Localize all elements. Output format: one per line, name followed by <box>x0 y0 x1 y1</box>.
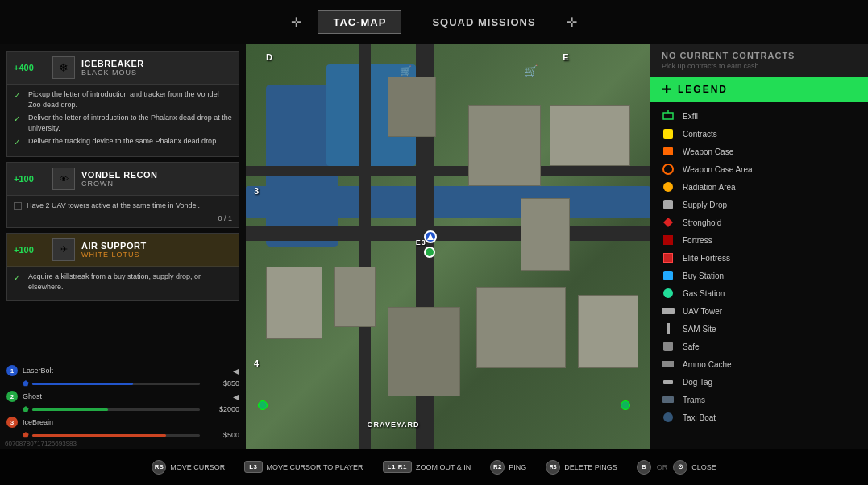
task-check-icon: ✓ <box>14 90 23 102</box>
task-check-icon: ✓ <box>14 114 23 125</box>
action-or-label: OR <box>657 463 668 471</box>
map-building-3 <box>388 307 460 396</box>
squad-bar-row-1: ⬟ $850 <box>23 379 239 388</box>
radiation-icon <box>662 180 675 193</box>
map-marker-shop2: 🛒 <box>400 64 413 77</box>
task-text: Have 2 UAV towers active at the same tim… <box>27 201 200 211</box>
legend-item-stronghold: Stronghold <box>650 213 868 231</box>
mission-title-block-vondel: VONDEL RECON CROWN <box>81 170 157 188</box>
legend-item-buy-station: Buy Station <box>650 267 868 284</box>
squad-shield-icon-2: ⬟ <box>23 405 29 413</box>
legend-title: LEGEND <box>678 84 728 95</box>
legend-item-safe: Safe <box>650 338 868 355</box>
squad-member-3: 3 IceBreain <box>6 417 239 428</box>
tab-squad-missions[interactable]: SQUAD MISSIONS <box>417 11 550 33</box>
action-close: B OR ⊙ CLOSE <box>637 460 716 475</box>
map-building-2 <box>334 267 375 327</box>
key-r3: R3 <box>546 460 560 475</box>
task-check-icon: ✓ <box>14 272 23 284</box>
taxi-boat-icon-shape <box>663 412 673 422</box>
legend-label-uav-tower: UAV Tower <box>683 307 722 316</box>
map-background: D E 3 4 E3 Graveyard 🛒 🛒 <box>246 44 650 449</box>
dog-tag-icon <box>662 375 675 388</box>
key-l3: L3 <box>244 461 262 473</box>
mission-body-icebreaker: ✓ Pickup the letter of introduction and … <box>7 85 239 156</box>
mission-reward-vondel: +100 <box>14 174 46 184</box>
legend-item-supply-drop: Supply Drop <box>650 196 868 213</box>
legend-item-exfil: Exfil <box>650 107 868 125</box>
squad-num-3: 3 <box>6 417 18 428</box>
mission-header-icebreaker: +400 ❄ ICEBREAKER BLACK MOUS <box>7 52 239 85</box>
mission-name-icebreaker: ICEBREAKER <box>81 59 144 68</box>
elite-fortress-icon-shape <box>663 253 673 263</box>
fortress-icon-shape <box>663 235 673 245</box>
weapon-case-icon-shape <box>663 147 673 155</box>
buy-station-icon <box>662 269 675 282</box>
key-rs: RS <box>152 460 166 475</box>
mission-reward-air: +100 <box>14 245 46 255</box>
squad-num-2: 2 <box>6 391 18 402</box>
stronghold-icon <box>662 216 675 229</box>
map-building-5 <box>578 295 638 367</box>
trams-icon <box>662 393 675 406</box>
mission-icon-vondel: 👁 <box>52 168 75 190</box>
map-label-4: 4 <box>254 359 260 368</box>
action-move-to-player-label: MOVE CURSOR TO PLAYER <box>267 463 363 471</box>
map-marker-squad <box>424 247 435 258</box>
mission-subtitle-vondel: CROWN <box>81 180 157 188</box>
taxi-boat-icon <box>662 411 675 424</box>
squad-member-2: 2 Ghost ◀ <box>6 391 239 402</box>
mission-icon-icebreaker: ❄ <box>52 56 75 79</box>
mission-task: ✓ Pickup the letter of introduction and … <box>14 89 232 110</box>
trams-icon-shape <box>662 396 674 403</box>
legend-item-fortress: Fortress <box>650 231 868 249</box>
mission-subtitle-air: WHITE LOTUS <box>81 251 147 259</box>
legend-label-contracts: Contracts <box>683 130 717 139</box>
svg-marker-0 <box>427 234 434 240</box>
contracts-header: NO CURRENT CONTRACTS Pick up contracts t… <box>650 44 868 77</box>
map-road-v2 <box>359 44 371 449</box>
map-building-1 <box>266 267 322 339</box>
action-move-to-player: L3 MOVE CURSOR TO PLAYER <box>244 461 363 473</box>
crosshair-left-icon: ✛ <box>291 15 301 30</box>
action-move-cursor-label: MOVE CURSOR <box>170 463 225 471</box>
fortress-icon <box>662 234 675 247</box>
action-zoom-label: ZOOM OUT & IN <box>416 463 471 471</box>
map-marker-player <box>424 230 437 243</box>
contracts-title: NO CURRENT CONTRACTS <box>662 51 857 60</box>
legend-label-weapon-case-area: Weapon Case Area <box>683 165 753 174</box>
mission-task: ✓ Deliver the letter of introduction to … <box>14 113 232 133</box>
radiation-icon-shape <box>663 182 673 192</box>
legend-label-fortress: Fortress <box>683 236 712 245</box>
map-container[interactable]: D E 3 4 E3 Graveyard 🛒 🛒 <box>246 44 650 449</box>
safe-icon-shape <box>663 342 673 351</box>
ammo-cache-icon-shape <box>662 361 674 367</box>
weapon-case-area-icon-shape <box>662 164 674 175</box>
action-close-label: CLOSE <box>691 463 716 471</box>
mission-body-air: ✓ Acquire a killstreak from a buy statio… <box>7 267 239 300</box>
legend-label-weapon-case: Weapon Case <box>683 147 733 156</box>
top-bar: ✛ TAC-MAP SQUAD MISSIONS ✛ <box>0 0 868 44</box>
mission-reward-icebreaker: +400 <box>14 63 46 73</box>
legend-cross-icon: ✛ <box>662 83 671 96</box>
squad-health-bar-fill-2 <box>32 408 108 411</box>
legend-item-dog-tag: Dog Tag <box>650 373 868 391</box>
legend-label-elite-fortress: Elite Fortress <box>683 254 730 263</box>
mission-header-vondel: +100 👁 VONDEL RECON CROWN <box>7 163 239 196</box>
squad-num-1: 1 <box>6 365 18 376</box>
action-ping-label: PING <box>509 463 526 471</box>
action-delete-pings: R3 DELETE PINGS <box>546 460 617 475</box>
legend-label-buy-station: Buy Station <box>683 272 724 280</box>
crosshair-right-icon: ✛ <box>567 15 577 30</box>
squad-money-1: $850 <box>203 379 239 388</box>
map-building-9 <box>388 77 436 137</box>
buy-station-icon-shape <box>663 271 673 280</box>
mission-card-vondel-recon: +100 👁 VONDEL RECON CROWN Have 2 UAV tow… <box>6 162 239 228</box>
map-canal <box>246 186 650 218</box>
tab-tacmap[interactable]: TAC-MAP <box>318 10 401 34</box>
contracts-subtitle: Pick up contracts to earn cash <box>662 62 857 70</box>
contracts-icon <box>662 127 675 140</box>
legend-label-dog-tag: Dog Tag <box>683 378 712 387</box>
sam-site-icon <box>662 322 675 335</box>
legend-label-supply-drop: Supply Drop <box>683 201 727 209</box>
